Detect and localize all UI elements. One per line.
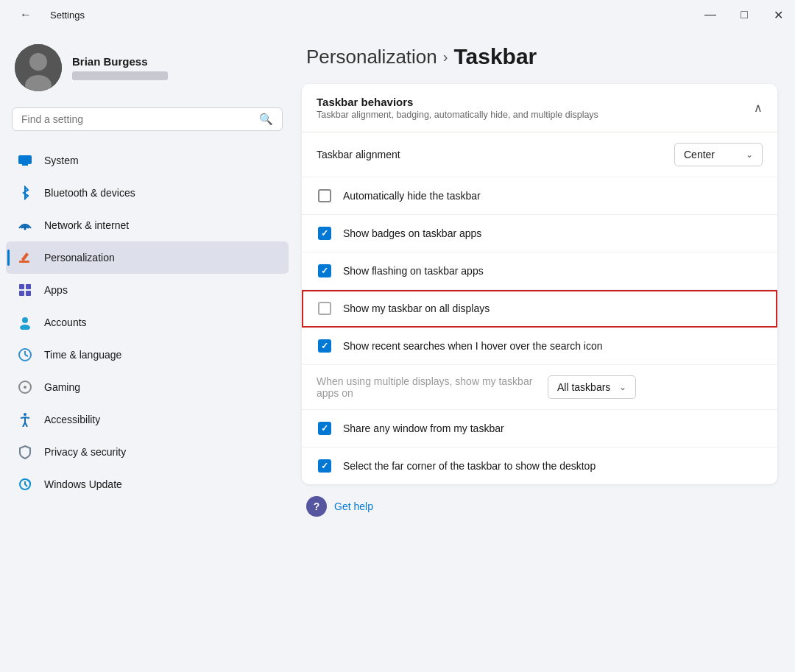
setting-row-share-window: Share any window from my taskbar xyxy=(302,410,777,448)
accessibility-icon xyxy=(16,411,34,428)
svg-rect-7 xyxy=(19,261,29,263)
checkbox-share-window[interactable] xyxy=(317,420,333,436)
checkbox-show-desktop[interactable] xyxy=(317,458,333,474)
breadcrumb-separator: › xyxy=(443,49,448,66)
svg-point-13 xyxy=(20,325,30,330)
privacy-icon xyxy=(16,443,34,461)
checkbox-control-share-window[interactable] xyxy=(318,422,331,435)
sidebar-item-network[interactable]: Network & internet xyxy=(6,209,289,241)
close-button[interactable]: ✕ xyxy=(761,0,795,29)
sidebar-item-apps[interactable]: Apps xyxy=(6,274,289,306)
user-info: Brian Burgess xyxy=(72,55,168,80)
apps-icon xyxy=(16,281,34,299)
avatar-image xyxy=(15,44,62,91)
checkbox-badges[interactable] xyxy=(317,225,333,241)
dropdown-multi-display[interactable]: All taskbars ⌄ xyxy=(548,375,636,399)
checkbox-control-recent-searches[interactable] xyxy=(318,339,331,353)
get-help-link[interactable]: Get help xyxy=(334,501,373,512)
personalization-icon xyxy=(16,249,34,266)
minimize-button[interactable]: — xyxy=(693,0,727,29)
accounts-icon xyxy=(16,314,34,331)
svg-rect-4 xyxy=(22,164,28,166)
checkbox-flashing[interactable] xyxy=(317,263,333,279)
checkbox-all-displays[interactable] xyxy=(317,300,333,316)
sidebar-item-system[interactable]: System xyxy=(6,144,289,177)
section-header-left: Taskbar behaviors Taskbar alignment, bad… xyxy=(317,96,598,120)
maximize-button[interactable]: □ xyxy=(727,0,761,29)
search-input[interactable] xyxy=(21,113,253,125)
checkbox-control-auto-hide[interactable] xyxy=(318,189,331,202)
gaming-icon xyxy=(16,378,34,396)
user-name: Brian Burgess xyxy=(72,55,168,68)
setting-label-recent-searches: Show recent searches when I hover over t… xyxy=(343,340,763,352)
svg-point-6 xyxy=(24,228,26,230)
setting-label-share-window: Share any window from my taskbar xyxy=(343,422,763,434)
checkbox-recent-searches[interactable] xyxy=(317,338,333,354)
user-profile[interactable]: Brian Burgess xyxy=(0,29,294,103)
sidebar-item-label-personalization: Personalization xyxy=(44,252,115,264)
main-content: Personalization › Taskbar Taskbar behavi… xyxy=(294,29,795,672)
setting-row-badges: Show badges on taskbar apps xyxy=(302,215,777,252)
page-header: Personalization › Taskbar xyxy=(306,44,777,69)
dropdown-value-alignment: Center xyxy=(684,149,740,160)
svg-rect-3 xyxy=(18,155,32,164)
setting-label-all-displays: Show my taskbar on all displays xyxy=(343,303,763,314)
chevron-down-icon: ⌄ xyxy=(746,149,753,160)
section-title: Taskbar behaviors xyxy=(317,96,598,108)
setting-label-auto-hide: Automatically hide the taskbar xyxy=(343,190,763,202)
setting-row-flashing: Show flashing on taskbar apps xyxy=(302,252,777,290)
sidebar-item-label-accessibility: Accessibility xyxy=(44,414,100,425)
sidebar-item-accounts[interactable]: Accounts xyxy=(6,306,289,339)
nav-list: System Bluetooth & devices Network & int… xyxy=(0,141,294,503)
sidebar-item-bluetooth[interactable]: Bluetooth & devices xyxy=(6,177,289,209)
checkbox-control-flashing[interactable] xyxy=(318,264,331,277)
titlebar-title: Settings xyxy=(50,10,85,21)
checkbox-control-badges[interactable] xyxy=(318,227,331,240)
svg-rect-9 xyxy=(26,284,31,289)
avatar xyxy=(15,44,62,91)
sidebar-item-personalization[interactable]: Personalization xyxy=(6,241,289,274)
sidebar-item-accessibility[interactable]: Accessibility xyxy=(6,403,289,436)
section-header[interactable]: Taskbar behaviors Taskbar alignment, bad… xyxy=(302,84,777,132)
svg-rect-11 xyxy=(26,291,31,296)
svg-rect-8 xyxy=(19,284,24,289)
settings-rows: Taskbar alignment Center ⌄ Automatically… xyxy=(302,132,777,484)
chevron-up-icon: ∧ xyxy=(754,101,763,115)
sidebar-item-windows-update[interactable]: Windows Update xyxy=(6,468,289,501)
svg-point-1 xyxy=(29,53,47,71)
sidebar: Brian Burgess 🔍 System Bluetooth & devic… xyxy=(0,29,294,672)
setting-label-flashing: Show flashing on taskbar apps xyxy=(343,265,763,277)
get-help-row: ? Get help xyxy=(302,484,777,517)
checkbox-control-show-desktop[interactable] xyxy=(318,459,331,473)
chevron-down-icon: ⌄ xyxy=(619,382,626,392)
titlebar: ← Settings — □ ✕ xyxy=(0,0,795,29)
breadcrumb: Personalization › Taskbar xyxy=(306,44,777,69)
windows-update-icon xyxy=(16,475,34,493)
user-email-bar xyxy=(72,71,168,80)
svg-point-19 xyxy=(24,413,26,416)
search-container: 🔍 xyxy=(0,103,294,141)
sidebar-item-label-time: Time & language xyxy=(44,349,121,361)
sidebar-item-label-accounts: Accounts xyxy=(44,316,87,328)
setting-row-all-displays: Show my taskbar on all displays xyxy=(302,290,777,328)
setting-row-auto-hide: Automatically hide the taskbar xyxy=(302,177,777,215)
setting-row-alignment: Taskbar alignment Center ⌄ xyxy=(302,132,777,177)
sidebar-item-time[interactable]: Time & language xyxy=(6,339,289,371)
breadcrumb-parent: Personalization xyxy=(306,46,437,68)
back-button[interactable]: ← xyxy=(9,0,43,29)
setting-label-show-desktop: Select the far corner of the taskbar to … xyxy=(343,460,763,472)
setting-row-recent-searches: Show recent searches when I hover over t… xyxy=(302,328,777,365)
dropdown-value-multi-display: All taskbars xyxy=(557,381,613,393)
svg-point-12 xyxy=(22,317,28,323)
network-icon xyxy=(16,216,34,234)
search-box[interactable]: 🔍 xyxy=(12,107,283,131)
setting-row-multi-display: When using multiple displays, show my ta… xyxy=(302,365,777,410)
sidebar-item-gaming[interactable]: Gaming xyxy=(6,371,289,403)
sidebar-item-privacy[interactable]: Privacy & security xyxy=(6,436,289,468)
checkbox-control-all-displays[interactable] xyxy=(318,302,331,315)
setting-label-multi-display: When using multiple displays, show my ta… xyxy=(317,375,537,399)
section-subtitle: Taskbar alignment, badging, automaticall… xyxy=(317,110,598,120)
dropdown-alignment[interactable]: Center ⌄ xyxy=(674,143,763,166)
checkbox-auto-hide[interactable] xyxy=(317,188,333,204)
get-help-icon: ? xyxy=(306,496,327,517)
